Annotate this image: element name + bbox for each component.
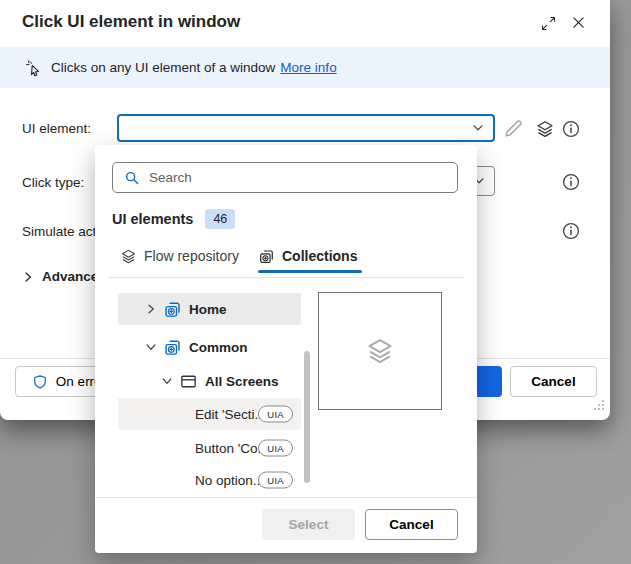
- tabs-divider: [108, 277, 464, 278]
- chevron-down-icon: [145, 341, 157, 353]
- cursor-click-icon: [25, 59, 43, 77]
- dialog-title: Click UI element in window: [22, 12, 240, 32]
- chevron-down-icon: [161, 375, 173, 387]
- chevron-right-icon: [145, 303, 157, 315]
- picker-tabs: Flow repository Collections: [95, 243, 477, 275]
- click-type-label: Click type:: [22, 175, 84, 190]
- tab-collections-label: Collections: [282, 248, 357, 264]
- tree-item-all-screens[interactable]: All Screens: [118, 367, 301, 395]
- tab-flow-repository-label: Flow repository: [144, 248, 239, 264]
- chevron-right-icon: [22, 271, 34, 283]
- ui-element-picker-popup: UI elements 46 Flow repository Collectio…: [95, 145, 477, 553]
- more-info-link[interactable]: More info: [280, 60, 336, 75]
- search-box[interactable]: [112, 162, 458, 193]
- tree-item-label: Common: [189, 340, 248, 355]
- pencil-icon[interactable]: [503, 119, 523, 139]
- uia-badge: UIA: [258, 440, 293, 457]
- ui-elements-heading: UI elements 46: [112, 209, 235, 229]
- tree-item-label: No option...: [195, 473, 264, 488]
- layers-icon: [365, 336, 395, 366]
- info-banner: Clicks on any UI element of a window Mor…: [0, 47, 610, 88]
- resize-grip[interactable]: [592, 398, 606, 416]
- tree-item-label: Edit 'Secti...: [195, 407, 266, 422]
- chevron-down-icon: [471, 121, 485, 135]
- tree-item-common[interactable]: Common: [118, 331, 301, 363]
- select-button[interactable]: Select: [262, 509, 355, 540]
- tab-collections[interactable]: Collections: [258, 243, 357, 269]
- layers-icon: [120, 248, 137, 265]
- tree-item-home[interactable]: Home: [118, 293, 301, 325]
- info-icon[interactable]: [561, 221, 581, 241]
- collection-icon: [163, 300, 182, 319]
- info-icon[interactable]: [561, 119, 581, 139]
- layers-icon[interactable]: [535, 119, 555, 139]
- advanced-expander[interactable]: Advanced: [22, 269, 107, 284]
- tree-item-label: Home: [189, 302, 227, 317]
- search-input[interactable]: [149, 170, 457, 185]
- screen-icon: [179, 372, 198, 391]
- collection-icon: [163, 338, 182, 357]
- info-icon[interactable]: [561, 172, 581, 192]
- tab-flow-repository[interactable]: Flow repository: [120, 243, 239, 269]
- picker-cancel-label: Cancel: [389, 517, 433, 532]
- tree-item-edit-section[interactable]: Edit 'Secti... UIA: [118, 398, 301, 430]
- ui-element-combobox[interactable]: [117, 114, 495, 142]
- shield-icon: [32, 374, 48, 390]
- picker-cancel-button[interactable]: Cancel: [365, 509, 458, 540]
- uia-badge: UIA: [258, 406, 293, 423]
- active-tab-underline: [258, 270, 362, 273]
- uia-badge: UIA: [258, 472, 293, 489]
- select-label: Select: [289, 517, 329, 532]
- tree-item-label: All Screens: [205, 374, 279, 389]
- cancel-button[interactable]: Cancel: [510, 366, 597, 397]
- tree-item-no-option[interactable]: No option... UIA: [118, 465, 301, 495]
- banner-text: Clicks on any UI element of a window: [51, 60, 275, 75]
- picker-footer-divider: [95, 497, 477, 498]
- tree-scrollbar[interactable]: [304, 351, 310, 483]
- ui-elements-title: UI elements: [112, 211, 193, 227]
- tree-item-button-co[interactable]: Button 'Co... UIA: [118, 433, 301, 463]
- collections-icon: [258, 248, 275, 265]
- dialog-titlebar: Click UI element in window: [0, 0, 610, 47]
- close-icon[interactable]: [567, 11, 589, 33]
- screen-backdrop: Click UI element in window Clicks on any…: [0, 0, 631, 564]
- cancel-label: Cancel: [531, 374, 575, 389]
- element-preview-panel: [318, 292, 442, 410]
- ui-elements-count-badge: 46: [205, 209, 235, 229]
- search-icon: [124, 170, 140, 186]
- expand-icon[interactable]: [537, 12, 559, 34]
- ui-element-label: UI element:: [22, 121, 91, 136]
